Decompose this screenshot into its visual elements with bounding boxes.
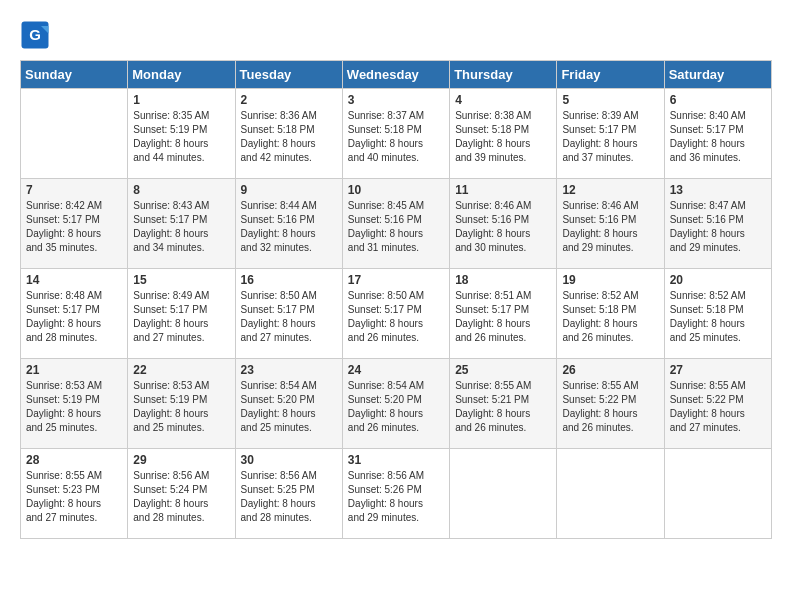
day-number: 3	[348, 93, 444, 107]
day-number: 19	[562, 273, 658, 287]
day-number: 20	[670, 273, 766, 287]
cell-info: Sunrise: 8:42 AM Sunset: 5:17 PM Dayligh…	[26, 199, 122, 255]
calendar-cell	[557, 449, 664, 539]
day-number: 2	[241, 93, 337, 107]
cell-info: Sunrise: 8:53 AM Sunset: 5:19 PM Dayligh…	[133, 379, 229, 435]
cell-info: Sunrise: 8:35 AM Sunset: 5:19 PM Dayligh…	[133, 109, 229, 165]
calendar-cell: 8Sunrise: 8:43 AM Sunset: 5:17 PM Daylig…	[128, 179, 235, 269]
calendar-cell: 25Sunrise: 8:55 AM Sunset: 5:21 PM Dayli…	[450, 359, 557, 449]
calendar-cell	[450, 449, 557, 539]
cell-info: Sunrise: 8:36 AM Sunset: 5:18 PM Dayligh…	[241, 109, 337, 165]
calendar-week-row: 28Sunrise: 8:55 AM Sunset: 5:23 PM Dayli…	[21, 449, 772, 539]
calendar-cell: 19Sunrise: 8:52 AM Sunset: 5:18 PM Dayli…	[557, 269, 664, 359]
calendar-body: 1Sunrise: 8:35 AM Sunset: 5:19 PM Daylig…	[21, 89, 772, 539]
calendar-cell: 30Sunrise: 8:56 AM Sunset: 5:25 PM Dayli…	[235, 449, 342, 539]
day-number: 29	[133, 453, 229, 467]
day-number: 21	[26, 363, 122, 377]
weekday-header: Monday	[128, 61, 235, 89]
cell-info: Sunrise: 8:38 AM Sunset: 5:18 PM Dayligh…	[455, 109, 551, 165]
calendar-cell: 24Sunrise: 8:54 AM Sunset: 5:20 PM Dayli…	[342, 359, 449, 449]
cell-info: Sunrise: 8:46 AM Sunset: 5:16 PM Dayligh…	[562, 199, 658, 255]
calendar-cell: 22Sunrise: 8:53 AM Sunset: 5:19 PM Dayli…	[128, 359, 235, 449]
calendar-cell: 26Sunrise: 8:55 AM Sunset: 5:22 PM Dayli…	[557, 359, 664, 449]
cell-info: Sunrise: 8:50 AM Sunset: 5:17 PM Dayligh…	[241, 289, 337, 345]
cell-info: Sunrise: 8:56 AM Sunset: 5:24 PM Dayligh…	[133, 469, 229, 525]
calendar-week-row: 7Sunrise: 8:42 AM Sunset: 5:17 PM Daylig…	[21, 179, 772, 269]
calendar-cell: 20Sunrise: 8:52 AM Sunset: 5:18 PM Dayli…	[664, 269, 771, 359]
weekday-header: Friday	[557, 61, 664, 89]
calendar-cell: 15Sunrise: 8:49 AM Sunset: 5:17 PM Dayli…	[128, 269, 235, 359]
calendar-cell: 3Sunrise: 8:37 AM Sunset: 5:18 PM Daylig…	[342, 89, 449, 179]
calendar-cell: 17Sunrise: 8:50 AM Sunset: 5:17 PM Dayli…	[342, 269, 449, 359]
day-number: 26	[562, 363, 658, 377]
day-number: 15	[133, 273, 229, 287]
weekday-header: Wednesday	[342, 61, 449, 89]
calendar-cell: 11Sunrise: 8:46 AM Sunset: 5:16 PM Dayli…	[450, 179, 557, 269]
calendar-cell: 4Sunrise: 8:38 AM Sunset: 5:18 PM Daylig…	[450, 89, 557, 179]
calendar-cell: 12Sunrise: 8:46 AM Sunset: 5:16 PM Dayli…	[557, 179, 664, 269]
calendar-cell: 7Sunrise: 8:42 AM Sunset: 5:17 PM Daylig…	[21, 179, 128, 269]
cell-info: Sunrise: 8:39 AM Sunset: 5:17 PM Dayligh…	[562, 109, 658, 165]
day-number: 23	[241, 363, 337, 377]
logo: G	[20, 20, 54, 50]
cell-info: Sunrise: 8:56 AM Sunset: 5:26 PM Dayligh…	[348, 469, 444, 525]
cell-info: Sunrise: 8:44 AM Sunset: 5:16 PM Dayligh…	[241, 199, 337, 255]
calendar-cell: 29Sunrise: 8:56 AM Sunset: 5:24 PM Dayli…	[128, 449, 235, 539]
day-number: 9	[241, 183, 337, 197]
calendar-cell: 13Sunrise: 8:47 AM Sunset: 5:16 PM Dayli…	[664, 179, 771, 269]
calendar-cell	[21, 89, 128, 179]
calendar-cell: 31Sunrise: 8:56 AM Sunset: 5:26 PM Dayli…	[342, 449, 449, 539]
cell-info: Sunrise: 8:54 AM Sunset: 5:20 PM Dayligh…	[348, 379, 444, 435]
day-number: 18	[455, 273, 551, 287]
day-number: 30	[241, 453, 337, 467]
cell-info: Sunrise: 8:54 AM Sunset: 5:20 PM Dayligh…	[241, 379, 337, 435]
calendar-cell: 2Sunrise: 8:36 AM Sunset: 5:18 PM Daylig…	[235, 89, 342, 179]
day-number: 25	[455, 363, 551, 377]
cell-info: Sunrise: 8:50 AM Sunset: 5:17 PM Dayligh…	[348, 289, 444, 345]
day-number: 12	[562, 183, 658, 197]
weekday-header: Thursday	[450, 61, 557, 89]
day-number: 13	[670, 183, 766, 197]
calendar-cell: 10Sunrise: 8:45 AM Sunset: 5:16 PM Dayli…	[342, 179, 449, 269]
day-number: 27	[670, 363, 766, 377]
calendar-header-row: SundayMondayTuesdayWednesdayThursdayFrid…	[21, 61, 772, 89]
day-number: 10	[348, 183, 444, 197]
cell-info: Sunrise: 8:40 AM Sunset: 5:17 PM Dayligh…	[670, 109, 766, 165]
day-number: 24	[348, 363, 444, 377]
calendar-cell: 23Sunrise: 8:54 AM Sunset: 5:20 PM Dayli…	[235, 359, 342, 449]
calendar-cell: 6Sunrise: 8:40 AM Sunset: 5:17 PM Daylig…	[664, 89, 771, 179]
cell-info: Sunrise: 8:52 AM Sunset: 5:18 PM Dayligh…	[562, 289, 658, 345]
day-number: 4	[455, 93, 551, 107]
svg-text:G: G	[29, 26, 41, 43]
calendar-table: SundayMondayTuesdayWednesdayThursdayFrid…	[20, 60, 772, 539]
calendar-cell: 28Sunrise: 8:55 AM Sunset: 5:23 PM Dayli…	[21, 449, 128, 539]
calendar-cell: 14Sunrise: 8:48 AM Sunset: 5:17 PM Dayli…	[21, 269, 128, 359]
cell-info: Sunrise: 8:55 AM Sunset: 5:23 PM Dayligh…	[26, 469, 122, 525]
day-number: 6	[670, 93, 766, 107]
calendar-cell: 5Sunrise: 8:39 AM Sunset: 5:17 PM Daylig…	[557, 89, 664, 179]
calendar-week-row: 21Sunrise: 8:53 AM Sunset: 5:19 PM Dayli…	[21, 359, 772, 449]
logo-icon: G	[20, 20, 50, 50]
cell-info: Sunrise: 8:55 AM Sunset: 5:22 PM Dayligh…	[670, 379, 766, 435]
calendar-cell: 18Sunrise: 8:51 AM Sunset: 5:17 PM Dayli…	[450, 269, 557, 359]
calendar-week-row: 14Sunrise: 8:48 AM Sunset: 5:17 PM Dayli…	[21, 269, 772, 359]
day-number: 1	[133, 93, 229, 107]
calendar-cell: 9Sunrise: 8:44 AM Sunset: 5:16 PM Daylig…	[235, 179, 342, 269]
cell-info: Sunrise: 8:51 AM Sunset: 5:17 PM Dayligh…	[455, 289, 551, 345]
cell-info: Sunrise: 8:37 AM Sunset: 5:18 PM Dayligh…	[348, 109, 444, 165]
weekday-header: Saturday	[664, 61, 771, 89]
weekday-header: Sunday	[21, 61, 128, 89]
day-number: 22	[133, 363, 229, 377]
day-number: 14	[26, 273, 122, 287]
day-number: 17	[348, 273, 444, 287]
cell-info: Sunrise: 8:43 AM Sunset: 5:17 PM Dayligh…	[133, 199, 229, 255]
cell-info: Sunrise: 8:48 AM Sunset: 5:17 PM Dayligh…	[26, 289, 122, 345]
cell-info: Sunrise: 8:55 AM Sunset: 5:21 PM Dayligh…	[455, 379, 551, 435]
cell-info: Sunrise: 8:55 AM Sunset: 5:22 PM Dayligh…	[562, 379, 658, 435]
calendar-cell	[664, 449, 771, 539]
calendar-week-row: 1Sunrise: 8:35 AM Sunset: 5:19 PM Daylig…	[21, 89, 772, 179]
cell-info: Sunrise: 8:49 AM Sunset: 5:17 PM Dayligh…	[133, 289, 229, 345]
day-number: 11	[455, 183, 551, 197]
cell-info: Sunrise: 8:45 AM Sunset: 5:16 PM Dayligh…	[348, 199, 444, 255]
day-number: 28	[26, 453, 122, 467]
